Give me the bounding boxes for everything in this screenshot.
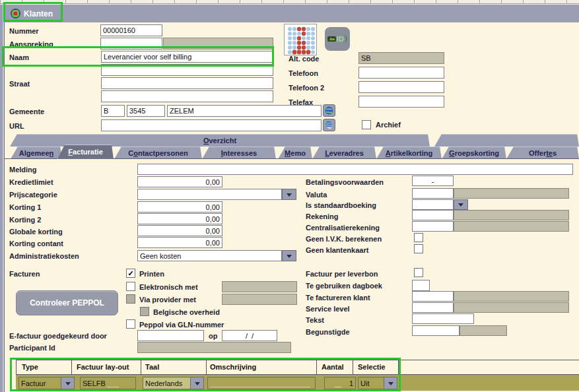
tekst-field[interactable]: [412, 313, 474, 324]
geen-ivk-checkbox[interactable]: [414, 233, 423, 242]
col-header-aantal: Aantal: [322, 363, 344, 371]
globale-korting-field[interactable]: 0,00: [137, 225, 222, 236]
nummer-field[interactable]: 00000160: [100, 24, 162, 36]
dot-matrix-button[interactable]: [284, 24, 317, 55]
window-title: Klanten: [24, 9, 53, 18]
controleer-peppol-button[interactable]: Controleer PEPPOL: [16, 290, 118, 315]
archief-label: Archief: [376, 121, 401, 129]
tab-memo[interactable]: Memo: [278, 147, 312, 159]
korting1-label: Korting 1: [9, 203, 41, 212]
te-factureren-field[interactable]: [412, 291, 454, 302]
url-label: URL: [9, 122, 24, 131]
naam-label: Naam: [9, 53, 29, 62]
postcode-field[interactable]: 3545: [127, 105, 165, 117]
table-divider: [71, 360, 72, 375]
efactuur-datum-field[interactable]: / /: [222, 330, 277, 341]
dagboek-field[interactable]: [412, 280, 430, 291]
prijscategorie-select[interactable]: [137, 189, 282, 200]
administratiekosten-dropdown-button[interactable]: [282, 250, 296, 261]
korting1-field[interactable]: 0,00: [137, 201, 222, 212]
geen-klantenkaart-checkbox[interactable]: [414, 244, 423, 253]
type-dropdown-button[interactable]: [61, 377, 74, 389]
telefax-field[interactable]: [358, 96, 444, 108]
valuta-description-field: [454, 188, 569, 199]
is-standaardboeking-select[interactable]: [412, 199, 454, 210]
naam-field[interactable]: Leverancier voor self billing: [101, 51, 273, 63]
naam2-field[interactable]: [101, 64, 273, 76]
efactuur-door-field[interactable]: [137, 330, 204, 341]
row-omschrijving-field[interactable]: [207, 377, 316, 389]
prijscategorie-dropdown-button[interactable]: [282, 189, 296, 200]
tab-facturatie-active[interactable]: Facturatie: [57, 145, 114, 159]
begunstigde-description-field: [460, 325, 507, 336]
selectie-dropdown-button[interactable]: [384, 377, 397, 389]
title-bar[interactable]: Klanten: [3, 5, 579, 22]
valuta-label: Valuta: [306, 191, 327, 199]
printen-checkbox[interactable]: ✓: [126, 269, 135, 278]
efactuur-label: E-factuur goedgekeurd door: [9, 332, 107, 341]
valuta-field[interactable]: [412, 188, 454, 199]
straat2-field[interactable]: [101, 90, 273, 102]
melding-field[interactable]: [137, 164, 573, 175]
via-provider-checkbox: [126, 294, 135, 304]
nummer-label: Nummer: [9, 27, 39, 36]
url-field[interactable]: [101, 119, 322, 131]
administratiekosten-select[interactable]: Geen kosten: [137, 250, 282, 261]
korting2-field[interactable]: 0,00: [137, 213, 222, 224]
is-standaardboeking-label: Is standaardboeking: [306, 201, 376, 210]
dagboek-label: Te gebruiken dagboek: [306, 282, 382, 290]
kredietlimiet-field[interactable]: 0,00: [137, 176, 222, 187]
tab-interesses[interactable]: Interesses: [202, 147, 276, 159]
korting2-label: Korting 2: [9, 216, 41, 224]
aanspreking-field[interactable]: [100, 38, 162, 49]
te-factureren-label: Te factureren klant: [306, 294, 370, 302]
participant-id-field: [137, 342, 291, 353]
table-divider: [16, 360, 17, 375]
elektronisch-met-field: [222, 281, 297, 292]
telefoon-field[interactable]: [358, 67, 444, 79]
korting-contant-field[interactable]: 0,00: [137, 237, 222, 248]
te-factureren-description-field: [454, 291, 569, 302]
landcode-field[interactable]: B: [101, 105, 125, 117]
telefoon-label: Telefoon: [289, 69, 318, 78]
map-globe-button[interactable]: [323, 104, 335, 117]
row-taal-select[interactable]: Nederlands: [143, 377, 204, 389]
participant-id-label: Participant Id: [9, 344, 55, 352]
begunstigde-field[interactable]: [412, 325, 460, 336]
tab-leveradres[interactable]: Leveradres: [312, 147, 376, 159]
betalingsvoorwaarden-field[interactable]: -: [412, 176, 454, 186]
row-aantal-field[interactable]: 1: [324, 377, 356, 389]
tab-algemeen[interactable]: Algemeen: [11, 147, 62, 159]
table-divider: [353, 360, 353, 375]
telefoon2-field[interactable]: [358, 81, 444, 93]
tab-contactpersonen[interactable]: Contactpersonen: [114, 147, 202, 159]
open-url-button[interactable]: [323, 119, 335, 131]
tab-offertes[interactable]: Offertes: [506, 147, 579, 159]
col-header-factuur-layout: Factuur lay-out: [77, 363, 129, 371]
centralisatierekening-field[interactable]: [412, 221, 454, 232]
geen-ivk-label: Geen I.V.K. berekenen: [306, 235, 382, 244]
service-level-field[interactable]: [412, 302, 454, 313]
peppol-gln-checkbox[interactable]: [126, 319, 135, 329]
op-label: op: [209, 332, 217, 341]
beid-button[interactable]: .beID: [325, 27, 350, 51]
centralisatierekening-label: Centralisatierekening: [306, 224, 380, 232]
table-divider: [206, 360, 207, 375]
text-cursor-underline: [335, 379, 341, 387]
row-type-select[interactable]: Factuur: [18, 377, 75, 389]
row-selectie-select[interactable]: Uit: [358, 377, 397, 389]
factuur-per-leverbon-checkbox[interactable]: [414, 268, 423, 277]
rekening-field[interactable]: [412, 210, 454, 220]
centralisatierekening-description-field: [454, 221, 569, 232]
prijscategorie-label: Prijscategorie: [9, 191, 57, 199]
elektronisch-checkbox[interactable]: [126, 282, 135, 291]
is-standaardboeking-dropdown-button[interactable]: [454, 199, 468, 210]
archief-checkbox[interactable]: [362, 120, 371, 129]
row-layout-field[interactable]: SELFB: [80, 377, 136, 389]
tab-groepskorting[interactable]: Groepskorting: [442, 147, 506, 159]
straat-field[interactable]: [101, 77, 273, 89]
administratiekosten-label: Administratiekosten: [9, 252, 79, 261]
telefoon2-label: Telefoon 2: [289, 84, 324, 92]
tab-artikelkorting[interactable]: Artikelkorting: [376, 147, 442, 159]
taal-dropdown-button[interactable]: [190, 377, 203, 389]
